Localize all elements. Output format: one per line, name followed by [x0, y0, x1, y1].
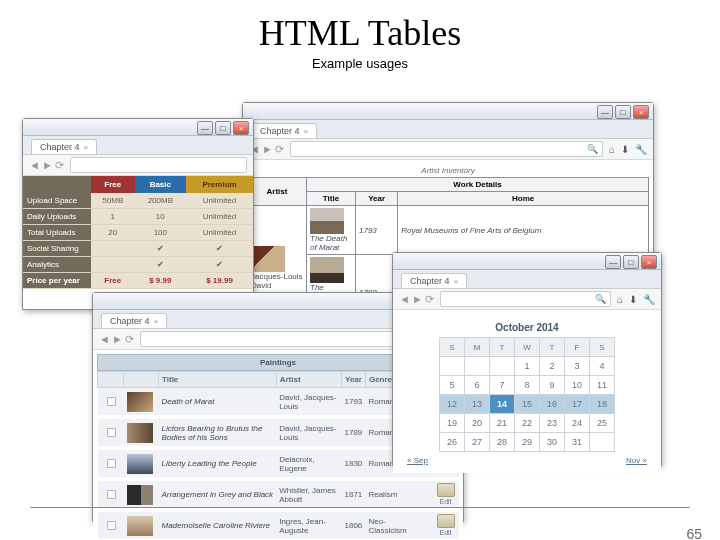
cal-day[interactable]: 30 [540, 433, 565, 452]
col-artist: Artist [248, 178, 307, 206]
cal-day[interactable] [590, 433, 615, 452]
cal-day[interactable]: 31 [565, 433, 590, 452]
row-checkbox[interactable] [106, 490, 115, 499]
min-button[interactable]: — [597, 105, 613, 119]
cal-day[interactable]: 4 [590, 357, 615, 376]
reload-icon[interactable]: ⟳ [275, 143, 284, 156]
edit-link[interactable]: Edit [436, 483, 456, 505]
cal-next-link[interactable]: Nov » [626, 456, 647, 465]
browser-tab[interactable]: Chapter 4× [251, 123, 317, 138]
wrench-icon[interactable]: 🔧 [635, 144, 647, 155]
back-icon[interactable]: ◄ [399, 293, 410, 306]
cal-day[interactable]: 5 [440, 376, 465, 395]
close-tab-icon[interactable]: × [304, 127, 309, 136]
url-bar[interactable]: 🔍 [140, 331, 413, 347]
close-button[interactable]: × [233, 121, 249, 135]
col-title: Title [159, 372, 277, 388]
max-button[interactable]: □ [623, 255, 639, 269]
cal-day[interactable]: 16 [540, 395, 565, 414]
cal-day[interactable]: 3 [565, 357, 590, 376]
cal-day[interactable] [440, 357, 465, 376]
reload-icon[interactable]: ⟳ [55, 159, 64, 172]
cal-day[interactable]: 15 [515, 395, 540, 414]
cal-day[interactable]: 12 [440, 395, 465, 414]
cal-day[interactable]: 7 [490, 376, 515, 395]
close-button[interactable]: × [641, 255, 657, 269]
fwd-icon[interactable]: ► [42, 159, 53, 172]
cal-day[interactable]: 11 [590, 376, 615, 395]
close-button[interactable]: × [633, 105, 649, 119]
footer-rule [30, 507, 690, 508]
table-row: Jacques-Louis David The Death of Marat 1… [248, 206, 649, 255]
cal-day[interactable]: 13 [465, 395, 490, 414]
cal-prev-link[interactable]: « Sep [407, 456, 428, 465]
reload-icon[interactable]: ⟳ [125, 333, 134, 346]
download-icon[interactable]: ⬇ [629, 294, 637, 305]
download-icon[interactable]: ⬇ [621, 144, 629, 155]
cal-day[interactable]: 19 [440, 414, 465, 433]
cal-day[interactable]: 9 [540, 376, 565, 395]
cal-dow: T [490, 338, 515, 357]
cal-day[interactable]: 10 [565, 376, 590, 395]
cal-day[interactable]: 22 [515, 414, 540, 433]
tab-label: Chapter 4 [40, 142, 80, 152]
cal-day[interactable]: 24 [565, 414, 590, 433]
url-bar[interactable]: 🔍 [440, 291, 611, 307]
price-row: Price per yearFree$ 9.99$ 19.99 [23, 273, 253, 289]
cal-day[interactable]: 27 [465, 433, 490, 452]
max-button[interactable]: □ [215, 121, 231, 135]
cal-day[interactable]: 1 [515, 357, 540, 376]
close-tab-icon[interactable]: × [454, 277, 459, 286]
cal-day[interactable]: 26 [440, 433, 465, 452]
tab-label: Chapter 4 [410, 276, 450, 286]
work-thumb [310, 257, 344, 283]
url-bar[interactable]: 🔍 [290, 141, 603, 157]
cal-day[interactable] [490, 357, 515, 376]
cal-day[interactable] [465, 357, 490, 376]
row-checkbox[interactable] [106, 521, 115, 530]
calendar-window: — □ × Chapter 4× ◄►⟳ 🔍 ⌂⬇🔧 October 2014 … [392, 252, 662, 466]
table-row: Analytics✔✔ [23, 257, 253, 273]
cal-day[interactable]: 25 [590, 414, 615, 433]
cal-day[interactable]: 20 [465, 414, 490, 433]
cal-dow: T [540, 338, 565, 357]
back-icon[interactable]: ◄ [99, 333, 110, 346]
min-button[interactable]: — [197, 121, 213, 135]
table-row: Daily Uploads110Unlimited [23, 209, 253, 225]
cal-day[interactable]: 21 [490, 414, 515, 433]
fwd-icon[interactable]: ► [412, 293, 423, 306]
pricing-window: — □ × Chapter 4× ◄►⟳ Free Basic Premium … [22, 118, 254, 310]
table-row: Upload Space50MB200MBUnlimited [23, 193, 253, 209]
url-bar[interactable] [70, 157, 247, 173]
fwd-icon[interactable]: ► [112, 333, 123, 346]
cal-day[interactable]: 2 [540, 357, 565, 376]
cal-day[interactable]: 8 [515, 376, 540, 395]
min-button[interactable]: — [605, 255, 621, 269]
close-tab-icon[interactable]: × [84, 143, 89, 152]
home-icon[interactable]: ⌂ [617, 294, 623, 305]
cal-day[interactable]: 29 [515, 433, 540, 452]
cal-day[interactable]: 17 [565, 395, 590, 414]
close-tab-icon[interactable]: × [154, 317, 159, 326]
back-icon[interactable]: ◄ [29, 159, 40, 172]
max-button[interactable]: □ [615, 105, 631, 119]
cal-day[interactable]: 18 [590, 395, 615, 414]
cal-day[interactable]: 23 [540, 414, 565, 433]
browser-tab[interactable]: Chapter 4× [401, 273, 467, 288]
fwd-icon[interactable]: ► [262, 143, 273, 156]
edit-link[interactable]: Edit [436, 514, 456, 536]
cal-day[interactable]: 6 [465, 376, 490, 395]
wrench-icon[interactable]: 🔧 [643, 294, 655, 305]
row-checkbox[interactable] [106, 428, 115, 437]
browser-tab[interactable]: Chapter 4× [31, 139, 97, 154]
browser-tab[interactable]: Chapter 4× [101, 313, 167, 328]
row-checkbox[interactable] [106, 397, 115, 406]
reload-icon[interactable]: ⟳ [425, 293, 434, 306]
cal-day[interactable]: 14 [490, 395, 515, 414]
cal-day[interactable]: 28 [490, 433, 515, 452]
home-icon[interactable]: ⌂ [609, 144, 615, 155]
row-checkbox[interactable] [106, 459, 115, 468]
col-year: Year [342, 372, 366, 388]
col-year: Year [356, 192, 398, 206]
col-title: Title [307, 192, 356, 206]
